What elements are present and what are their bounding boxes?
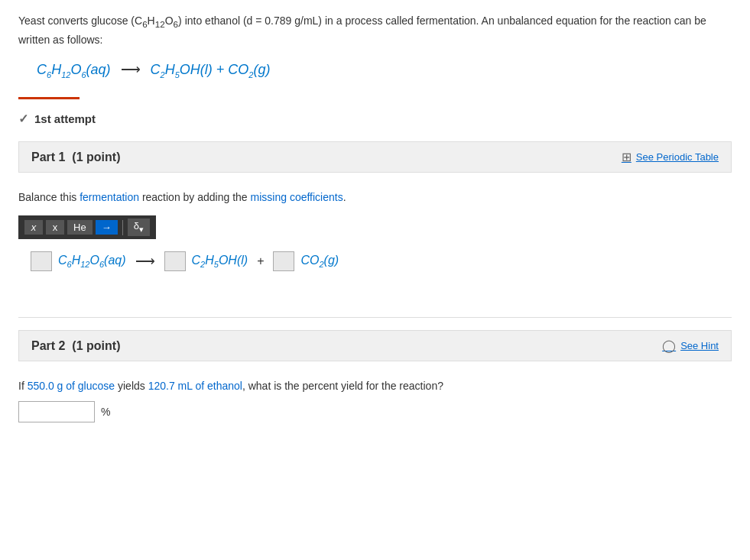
intro-text-line2: written as follows: [18, 34, 102, 46]
see-hint-button[interactable]: ◯ See Hint [662, 338, 719, 353]
section-divider [18, 317, 732, 318]
toolbar-btn-delta[interactable]: δ▾ [128, 218, 150, 236]
part1-section: Part 1 (1 point) ⊞ See Periodic Table Ba… [18, 141, 732, 299]
part1-header: Part 1 (1 point) ⊞ See Periodic Table [18, 141, 732, 173]
missing-highlight: missing coefficients [251, 191, 343, 203]
equation-toolbar: x x He → δ▾ [18, 215, 156, 239]
see-periodic-table-button[interactable]: ⊞ See Periodic Table [622, 150, 719, 164]
coeff-input-2[interactable] [164, 251, 186, 271]
part1-points: (1 point) [72, 151, 120, 163]
ethanol-amount: 120.7 mL of ethanol [148, 380, 242, 392]
hint-icon: ◯ [662, 338, 676, 353]
checkmark-icon: ✓ [18, 112, 28, 126]
attempt-label: ✓ 1st attempt [18, 112, 732, 126]
see-hint-label: See Hint [680, 340, 719, 351]
part1-title: Part 1 (1 point) [31, 151, 120, 164]
balance-product1: C2H5OH(l) [192, 254, 248, 269]
toolbar-btn-x-italic[interactable]: x [24, 220, 43, 235]
main-product2: CO2(g) [228, 62, 270, 77]
part1-title-text: Part 1 [31, 151, 65, 163]
toolbar-separator [122, 220, 123, 235]
part1-instruction: Balance this fermentation reaction by ad… [18, 191, 732, 203]
part2-header: Part 2 (1 point) ◯ See Hint [18, 330, 732, 361]
balance-equation: C6H12O6(aq) ⟶ C2H5OH(l) + CO2(g) [31, 251, 732, 271]
part1-content: Balance this fermentation reaction by ad… [18, 185, 732, 299]
balance-product2: CO2(g) [300, 254, 339, 269]
part2-title: Part 2 (1 point) [31, 339, 120, 353]
page-content: Yeast converts glucose (C6H12O6) into et… [0, 0, 750, 459]
percent-yield-input[interactable] [18, 401, 95, 422]
part2-answer-row: % [18, 401, 732, 422]
part2-points: (1 point) [72, 339, 120, 352]
main-equation-display: C6H12O6(aq) ⟶ C2H5OH(l) + CO2(g) [37, 61, 732, 79]
main-plus: + [216, 62, 229, 77]
intro-text-line1: Yeast converts glucose (C6H12O6) into et… [18, 15, 706, 27]
red-divider [18, 97, 80, 99]
percent-symbol: % [101, 406, 110, 418]
coeff-input-3[interactable] [273, 251, 294, 271]
fermentation-highlight: fermentation [80, 191, 139, 203]
main-reactant: C6H12O6(aq) [37, 62, 111, 77]
periodic-table-label: See Periodic Table [636, 151, 719, 163]
toolbar-btn-x[interactable]: x [46, 220, 64, 235]
part2-title-text: Part 2 [31, 339, 65, 352]
part2-question-text: If 550.0 g of glucose yields 120.7 mL of… [18, 380, 732, 392]
main-product1: C2H5OH(l) [151, 62, 213, 77]
intro-paragraph: Yeast converts glucose (C6H12O6) into et… [18, 12, 732, 49]
periodic-table-icon: ⊞ [622, 150, 631, 164]
balance-reactant: C6H12O6(aq) [58, 254, 126, 269]
attempt-text: 1st attempt [34, 112, 96, 125]
main-arrow: ⟶ [121, 62, 144, 77]
glucose-amount: 550.0 g of glucose [28, 380, 115, 392]
part2-section: Part 2 (1 point) ◯ See Hint If 550.0 g o… [18, 330, 732, 429]
coeff-input-1[interactable] [31, 251, 52, 271]
part2-content: If 550.0 g of glucose yields 120.7 mL of… [18, 374, 732, 429]
balance-arrow: ⟶ [135, 253, 155, 270]
balance-plus: + [257, 254, 264, 268]
toolbar-btn-arrow[interactable]: → [96, 220, 118, 235]
toolbar-btn-he[interactable]: He [67, 220, 93, 235]
